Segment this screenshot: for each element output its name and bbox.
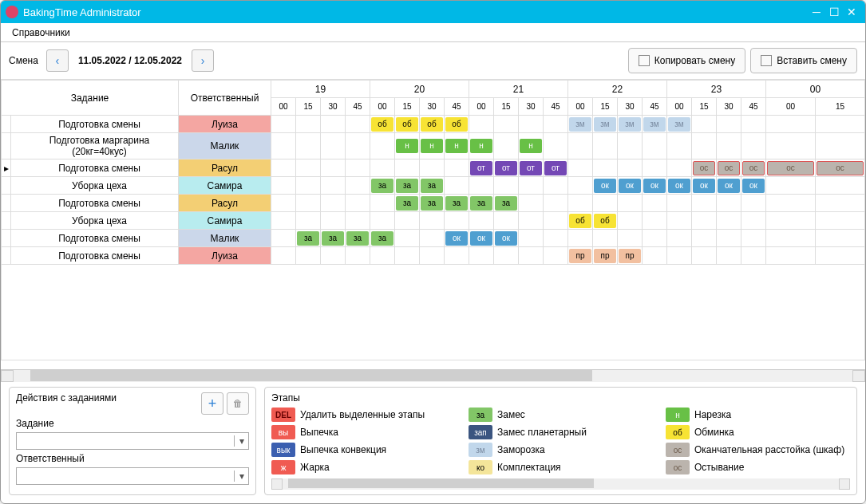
stage-block-ob[interactable] [396,117,418,132]
schedule-cell[interactable] [667,212,692,230]
schedule-cell[interactable] [296,116,321,133]
schedule-cell[interactable] [618,195,643,212]
schedule-cell[interactable] [271,230,296,247]
table-row[interactable]: Подготовка маргарина (20кг=40кус)Малик [2,133,865,159]
stage-block-n[interactable] [421,139,443,153]
stage-block-pr[interactable] [594,249,616,263]
schedule-cell[interactable] [643,116,667,133]
responsible-cell[interactable]: Расул [179,195,271,212]
schedule-cell[interactable] [346,159,370,177]
schedule-cell[interactable] [816,177,865,195]
schedule-cell[interactable] [717,195,741,212]
stage-legend-item[interactable]: нНарезка [666,407,850,423]
schedule-cell[interactable] [593,230,618,247]
responsible-cell[interactable]: Самира [179,212,271,230]
schedule-cell[interactable] [469,133,494,159]
schedule-cell[interactable] [321,230,346,247]
stage-block-za[interactable] [346,231,369,246]
stage-legend-item[interactable]: коКомплектация [469,459,653,475]
schedule-cell[interactable] [346,133,370,159]
schedule-cell[interactable] [321,247,346,265]
schedule-cell[interactable] [816,133,865,159]
responsible-cell[interactable]: Расул [179,159,271,177]
stage-block-ok[interactable] [668,179,690,193]
schedule-cell[interactable] [544,247,568,265]
schedule-cell[interactable] [593,133,618,159]
stage-block-n[interactable] [396,139,418,153]
stage-block-ob[interactable] [569,214,591,228]
responsible-cell[interactable]: Луиза [179,116,271,133]
schedule-cell[interactable] [370,159,395,177]
schedule-cell[interactable] [519,195,544,212]
schedule-cell[interactable] [445,116,469,133]
schedule-cell[interactable] [568,230,593,247]
schedule-cell[interactable] [618,159,643,177]
schedule-cell[interactable] [816,116,865,133]
responsible-cell[interactable]: Малик [179,230,271,247]
schedule-cell[interactable] [469,230,494,247]
stage-block-os[interactable] [767,161,814,175]
stage-block-pr[interactable] [619,249,641,263]
schedule-cell[interactable] [321,116,346,133]
schedule-cell[interactable] [321,212,346,230]
schedule-cell[interactable] [766,247,816,265]
schedule-cell[interactable] [296,159,321,177]
schedule-cell[interactable] [741,230,766,247]
schedule-cell[interactable] [346,177,370,195]
schedule-cell[interactable] [618,133,643,159]
close-button[interactable]: ✕ [843,4,860,20]
schedule-cell[interactable] [741,177,766,195]
schedule-cell[interactable] [370,133,395,159]
schedule-cell[interactable] [618,230,643,247]
schedule-cell[interactable] [643,133,667,159]
schedule-cell[interactable] [816,212,865,230]
schedule-cell[interactable] [568,247,593,265]
maximize-button[interactable]: ☐ [825,4,843,20]
schedule-cell[interactable] [346,230,370,247]
stages-horizontal-scrollbar[interactable] [271,478,850,490]
delete-task-button[interactable]: 🗑 [227,392,249,415]
task-cell[interactable]: Подготовка смены [11,116,179,133]
stage-block-ob[interactable] [445,117,468,132]
schedule-cell[interactable] [643,247,667,265]
task-cell[interactable]: Уборка цеха [11,212,179,230]
table-row[interactable]: Подготовка сменыЛуиза [2,116,865,133]
schedule-cell[interactable] [519,247,544,265]
schedule-cell[interactable] [420,230,445,247]
schedule-cell[interactable] [519,116,544,133]
schedule-cell[interactable] [717,116,741,133]
stage-block-za[interactable] [421,196,443,211]
schedule-cell[interactable] [667,230,692,247]
schedule-cell[interactable] [643,177,667,195]
schedule-cell[interactable] [593,159,618,177]
stage-block-ob[interactable] [421,117,443,132]
stage-block-os[interactable] [742,161,765,175]
schedule-cell[interactable] [321,133,346,159]
schedule-cell[interactable] [494,230,519,247]
responsible-cell[interactable]: Луиза [179,247,271,265]
stage-block-zm[interactable] [643,117,666,132]
schedule-cell[interactable] [717,247,741,265]
schedule-cell[interactable] [296,247,321,265]
schedule-cell[interactable] [618,247,643,265]
schedule-cell[interactable] [568,195,593,212]
stage-block-pr[interactable] [569,249,591,263]
add-task-button[interactable]: + [201,392,223,415]
stage-block-ok[interactable] [495,231,517,246]
schedule-cell[interactable] [494,212,519,230]
table-row[interactable]: Подготовка сменыРасул [2,195,865,212]
stage-block-za[interactable] [322,231,344,246]
schedule-cell[interactable] [494,195,519,212]
stage-block-ok[interactable] [470,231,492,246]
schedule-cell[interactable] [469,195,494,212]
schedule-cell[interactable] [544,177,568,195]
schedule-cell[interactable] [469,116,494,133]
grid-horizontal-scrollbar[interactable] [1,369,865,382]
stage-block-os[interactable] [817,161,864,175]
schedule-cell[interactable] [741,159,766,177]
schedule-cell[interactable] [667,159,692,177]
schedule-cell[interactable] [420,212,445,230]
menu-references[interactable]: Справочники [7,26,75,40]
task-cell[interactable]: Подготовка маргарина (20кг=40кус) [11,133,179,159]
schedule-cell[interactable] [766,177,816,195]
